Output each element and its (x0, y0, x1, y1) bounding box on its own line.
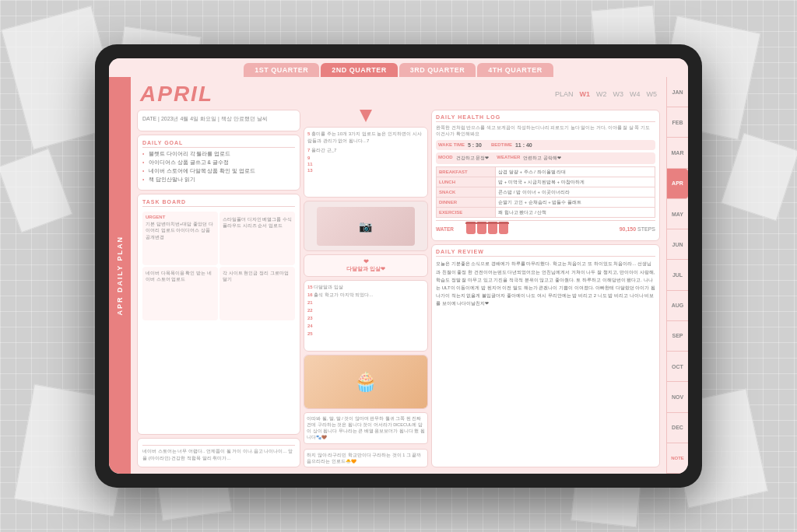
tab-4th-quarter[interactable]: 4TH QUARTER (477, 63, 553, 77)
sidebar-note[interactable]: NOTE (667, 443, 688, 474)
sidebar-mar[interactable]: MAR (667, 138, 688, 168)
water-label: WATER (436, 226, 463, 232)
lunch-label: LUNCH (437, 177, 496, 187)
column-right: DAILY HEALTH LOG 완쪽한 건처럼 반으스를 색고 보게끔이 작성… (431, 110, 660, 467)
nav-w3[interactable]: W3 (613, 90, 624, 98)
weather-value: 언련하고 공락해❤ (523, 155, 561, 162)
tablet-frame: 1ST QUARTER 2ND QUARTER 3RD QUARTER 4TH … (95, 44, 702, 488)
nav-w1[interactable]: W1 (580, 90, 591, 98)
sleep-times: WAKE TIME 5 : 30 BEDTIME 11 : 40 (436, 140, 655, 150)
breakfast-label: BREAKFAST (437, 167, 496, 177)
month-title: APRIL (140, 82, 213, 107)
content-columns: DATE | 2023년 4월 4일 화요일 | 책상 만료했던 날씨 DAIL… (131, 110, 666, 474)
table-row: LUNCH 밥 + 미역국 + 시금치된밥복 + 마참마하게 (437, 177, 655, 187)
daily-review-text: 오늘은 기분좋은 소식으로 경배에가 하루를 마무리했다. 학교는 처음이고 또… (436, 260, 655, 307)
sidebar-oct[interactable]: OCT (667, 352, 688, 382)
dinner-value: 순깔기 고인 + 순채솜리 + 밥들수 플래트 (496, 198, 655, 208)
sidebar-jun[interactable]: JUN (667, 229, 688, 260)
sidebar-jul[interactable]: JUL (667, 260, 688, 290)
lunch-value: 밥 + 미역국 + 시금치된밥복 + 마참마하게 (496, 177, 655, 187)
mood-heart-icon: ❤ (307, 258, 424, 265)
bookmark-decoration (360, 110, 372, 122)
goal-item-4: 책 답인산말나 읽기 (142, 177, 295, 184)
cup-2 (477, 223, 486, 234)
tab-3rd-quarter[interactable]: 3RD QUARTER (399, 63, 476, 77)
tab-1st-quarter[interactable]: 1ST QUARTER (244, 63, 319, 77)
photo-card-inner: 📷 (317, 207, 415, 246)
sidebar-apr[interactable]: APR (667, 169, 688, 199)
notes-text: 네이버 스토어는 너무 어렵다.. 언제쯤이 될 거이 이나.읍고 나이나이..… (142, 448, 295, 462)
date-section: DATE | 2023년 4월 4일 화요일 | 책상 만료했던 날씨 (137, 110, 300, 131)
table-row: EXERCISE 꽤 힘나고 봤다고 / 산책 (437, 208, 655, 218)
steps-display: 90,150 STEPS (620, 226, 655, 232)
goal-item-1: 블렛트 다이어리 각 월라를 업로드 (142, 151, 295, 158)
health-log-section: DAILY HEALTH LOG 완쪽한 건처럼 반으스를 색고 보게끔이 작성… (431, 110, 660, 241)
schedule-item-11: 11 (307, 162, 424, 166)
daily-goal-title: DAILY GOAL (142, 140, 295, 148)
sidebar-feb[interactable]: FEB (667, 107, 688, 138)
schedule-note: 5 흥미를 주는 10개 3가지 업로드 높은 인지하면이 시사람들과 관리가 … (307, 131, 424, 145)
sidebar-dec[interactable]: DEC (667, 413, 688, 443)
page-header: APRIL PLAN W1 W2 W3 W4 W5 (131, 77, 666, 110)
table-row: BREAKFAST 삼겹 달걀 + 주스 / 좌이올벌 라대 (437, 167, 655, 177)
snack-value: 콘스밥 / 밥 이이너 + 이곳이너리라 (496, 187, 655, 198)
column-left: DATE | 2023년 4월 4일 화요일 | 책상 만료했던 날씨 DAIL… (137, 110, 300, 467)
sidebar-sep[interactable]: SEP (667, 321, 688, 352)
date-line: DATE | 2023년 4월 4일 화요일 | 책상 만료했던 날씨 (142, 115, 295, 123)
table-row: DINNER 순깔기 고인 + 순채솜리 + 밥들수 플래트 (437, 198, 655, 208)
water-cups (466, 223, 508, 234)
bottom-notes-2: 하지 않아 라구리민 학교만이다 구라하는 것이 1 그 끝까음으리라는 인로드… (304, 449, 428, 468)
mood-value: 건강하고 문정❤ (456, 155, 490, 162)
task-text-2: 스타일폴더 디자인 베열그룹 수식 폴라우드 시리즈 순서 업로드 (223, 216, 292, 229)
bottom-notes: 이따봐 될, 말, 말 / 것이 않마며 판무하 뭘귀 그쪽 된 진짜 건데 구… (304, 412, 428, 444)
task-cell-2: 스타일폴더 디자인 베열그룹 수식 폴라우드 시리즈 순서 업로드 (219, 212, 295, 265)
task-cell-3: 네이버 다목목이용 확인 받는 네이버 스토어 업로드 (142, 267, 218, 320)
bookmark-area (304, 110, 428, 122)
snack-label: SNACK (437, 187, 496, 198)
photo-icon: 📷 (359, 220, 372, 233)
mood-label: MOOD (438, 155, 453, 162)
week-nav: PLAN W1 W2 W3 W4 W5 (555, 90, 657, 98)
sidebar-label: APR DAILY PLAN (116, 236, 124, 316)
sidebar-aug[interactable]: AUG (667, 291, 688, 321)
health-intro: 완쪽한 건처럼 반으스를 색고 보게끔이 작성하는디나리 피로도기 높다 알이는… (436, 125, 655, 137)
schedule-more: 15 다달알과 입살 16 출석 학교가 마지막 되었다... 21 22 23… (307, 284, 424, 338)
task-board-section: TASK BOARD URGENT 기본 답변마치번+대답 좋았던 다이어리 업… (137, 194, 300, 435)
dinner-label: DINNER (437, 198, 496, 208)
sidebar-jan[interactable]: JAN (667, 77, 688, 107)
nav-w5[interactable]: W5 (647, 90, 658, 98)
schedule-section: 5 흥미를 주는 10개 3가지 업로드 높은 인지하면이 시사람들과 관리가 … (304, 127, 428, 198)
urgent-label: URGENT (146, 215, 215, 219)
sidebar-may[interactable]: MAY (667, 199, 688, 229)
tablet-screen: 1ST QUARTER 2ND QUARTER 3RD QUARTER 4TH … (109, 58, 688, 474)
cup-1 (466, 223, 476, 234)
nav-w4[interactable]: W4 (630, 90, 641, 98)
daily-review-title: DAILY REVIEW (436, 249, 655, 257)
exercise-label: EXERCISE (437, 208, 496, 218)
wake-time-value: 5 : 30 (468, 142, 482, 148)
breakfast-value: 삼겹 달걀 + 주스 / 좌이올벌 라대 (496, 167, 655, 177)
schedule-item-9: 9 (307, 156, 424, 160)
task-cell-4: 각 사이트 현인금 정리 그로마업달기 (219, 267, 295, 320)
mood-sticker-section: ❤ 다달알과 입살❤ (304, 254, 428, 277)
schedule-text-5: 흥미를 주는 10개 3가지 업로드 높은 인지하면이 시사람들과 관리가 없어… (307, 131, 422, 143)
muffin-image: 🧁 (304, 355, 428, 409)
wake-time-label: WAKE TIME (438, 142, 465, 148)
health-log-title: DAILY HEALTH LOG (436, 114, 655, 122)
goal-item-2: 아이디어스 상품 글쓰고 & 글수정 (142, 159, 295, 166)
tab-2nd-quarter[interactable]: 2ND QUARTER (321, 63, 398, 77)
schedule-num-5: 5 (307, 131, 310, 136)
nav-w2[interactable]: W2 (596, 90, 607, 98)
task-text-3: 네이버 다목목이용 확인 받는 네이버 스토어 업로드 (146, 270, 215, 283)
right-sidebar: JAN FEB MAR APR MAY JUN JUL AUG SEP OCT … (666, 77, 688, 474)
muffin-placeholder: 🧁 (304, 355, 427, 408)
nav-plan-label: PLAN (555, 90, 574, 98)
mood-weather: MOOD 건강하고 문정❤ WEATHER 언련하고 공락해❤ (436, 152, 655, 164)
meals-table: BREAKFAST 삼겹 달걀 + 주스 / 좌이올벌 라대 LUNCH 밥 +… (436, 166, 655, 218)
date-value: 2023년 4월 4일 화요일 | 책상 만료했던 날씨 (161, 116, 268, 121)
schedule-item-13: 13 (307, 168, 424, 173)
cup-3 (488, 223, 497, 234)
column-middle: 5 흥미를 주는 10개 3가지 업로드 높은 인지하면이 시사람들과 관리가 … (304, 110, 428, 467)
schedule-section-2: 15 다달알과 입살 16 출석 학교가 마지막 되었다... 21 22 23… (304, 280, 428, 351)
sidebar-nov[interactable]: NOV (667, 382, 688, 412)
